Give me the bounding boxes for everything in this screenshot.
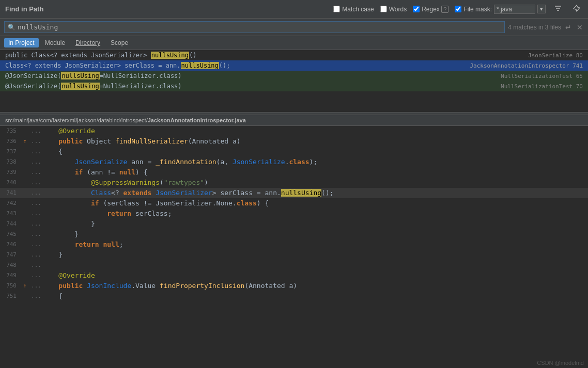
file-mask-group: File mask: ▾ — [455, 5, 546, 14]
search-close-button[interactable]: ✕ — [576, 22, 584, 33]
line-code: } — [42, 219, 588, 229]
line-dots: ... — [30, 270, 42, 281]
filter-icon-button[interactable] — [552, 3, 564, 15]
code-line: 737 ... { — [0, 147, 588, 157]
search-icon: 🔍 — [8, 24, 16, 31]
line-dots: ... — [30, 188, 42, 198]
tab-directory[interactable]: Directory — [71, 38, 104, 47]
line-dots: ... — [30, 147, 42, 157]
line-code: @Override — [42, 126, 588, 136]
line-number: 739 — [0, 167, 20, 178]
file-mask-dropdown[interactable]: ▾ — [537, 5, 546, 13]
code-line: 745 ... } — [0, 229, 588, 239]
line-number: 750 — [0, 281, 20, 291]
line-number: 744 — [0, 219, 20, 229]
file-mask-label[interactable]: File mask: — [463, 6, 492, 13]
line-dots: ... — [30, 239, 42, 250]
code-panel: 735 ... @Override 736 ↑ ... public Objec… — [0, 126, 588, 368]
code-line-highlighted: 741 ... Class<? extends JsonSerializer> … — [0, 188, 588, 198]
code-line: 735 ... @Override — [0, 126, 588, 136]
line-code: { — [42, 291, 588, 301]
line-dots: ... — [30, 281, 42, 291]
line-indicator: ↑ — [20, 136, 30, 147]
line-code: return null; — [42, 239, 588, 250]
match-case-checkbox[interactable] — [333, 6, 340, 12]
line-dots: ... — [30, 219, 42, 229]
match-case-label[interactable]: Match case — [342, 6, 374, 13]
result-row[interactable]: @JsonSerialize(nullsUsing=NullSerializer… — [0, 71, 588, 81]
file-mask-checkbox[interactable] — [455, 6, 461, 12]
line-dots: ... — [30, 157, 42, 167]
line-indicator: ↑ — [20, 281, 30, 291]
pin-icon-button[interactable] — [570, 3, 583, 15]
file-path-bar: src/main/java/com/fasterxml/jackson/data… — [0, 115, 588, 126]
line-dots: ... — [30, 229, 42, 239]
line-number: 747 — [0, 250, 20, 260]
regex-checkbox[interactable] — [413, 6, 420, 12]
file-mask-input[interactable] — [494, 5, 535, 14]
search-input[interactable] — [18, 23, 501, 31]
watermark: CSDN @modelmd — [537, 360, 584, 366]
line-code: if (serClass != JsonSerializer.None.clas… — [42, 198, 588, 209]
code-line: 749 ... @Override — [0, 270, 588, 281]
line-number: 740 — [0, 178, 20, 188]
code-line: 751 ... { — [0, 291, 588, 301]
line-number: 736 — [0, 136, 20, 147]
panel-title: Find in Path — [5, 5, 43, 13]
line-code: } — [42, 229, 588, 239]
results-panel: public Class<? extends JsonSerializer> n… — [0, 50, 588, 112]
regex-help-icon[interactable]: ? — [441, 6, 448, 13]
line-dots: ... — [30, 136, 42, 147]
line-code: public Object findNullSerializer(Annotat… — [42, 136, 588, 147]
tab-scope[interactable]: Scope — [106, 38, 132, 47]
search-input-wrapper: 🔍 — [4, 21, 505, 33]
line-number: 746 — [0, 239, 20, 250]
line-number: 749 — [0, 270, 20, 281]
line-code: Class<? extends JsonSerializer> serClass… — [42, 188, 588, 198]
pin-icon — [572, 4, 581, 12]
result-file: NullSerializationTest 70 — [501, 83, 583, 90]
code-line: 738 ... JsonSerialize ann = _findAnnotat… — [0, 157, 588, 167]
line-number: 751 — [0, 291, 20, 301]
line-number: 743 — [0, 209, 20, 219]
code-line: 750 ↑ ... public JsonInclude.Value findP… — [0, 281, 588, 291]
line-code: public JsonInclude.Value findPropertyInc… — [42, 281, 588, 291]
code-line: 742 ... if (serClass != JsonSerializer.N… — [0, 198, 588, 209]
result-row[interactable]: public Class<? extends JsonSerializer> n… — [0, 50, 588, 60]
code-line: 740 ... @SuppressWarnings("rawtypes") — [0, 178, 588, 188]
line-code: @Override — [42, 270, 588, 281]
tab-in-project[interactable]: In Project — [4, 38, 39, 47]
result-code: @JsonSerialize(nullsUsing=NullSerializer… — [5, 83, 501, 90]
words-checkbox[interactable] — [380, 6, 387, 12]
result-file: JsonSerialize 80 — [528, 52, 583, 59]
regex-group: Regex ? — [413, 6, 448, 13]
search-enter-icon[interactable]: ↵ — [564, 22, 572, 33]
code-line: 748 ... — [0, 260, 588, 270]
words-group: Words — [380, 6, 407, 13]
words-label[interactable]: Words — [389, 6, 407, 13]
code-line: 739 ... if (ann != null) { — [0, 167, 588, 178]
line-number: 745 — [0, 229, 20, 239]
regex-label[interactable]: Regex ? — [422, 6, 448, 13]
result-code: public Class<? extends JsonSerializer> n… — [5, 52, 528, 59]
line-number: 748 — [0, 260, 20, 270]
filter-icon — [554, 4, 562, 12]
result-row[interactable]: Class<? extends JsonSerializer> serClass… — [0, 60, 588, 71]
search-scope-tabs: In Project Module Directory Scope — [0, 36, 588, 50]
result-code: Class<? extends JsonSerializer> serClass… — [5, 62, 470, 69]
code-line: 736 ↑ ... public Object findNullSerializ… — [0, 136, 588, 147]
line-number: 738 — [0, 157, 20, 167]
result-file: NullSerializationTest 65 — [501, 73, 583, 79]
line-dots: ... — [30, 167, 42, 178]
line-dots: ... — [30, 178, 42, 188]
line-dots: ... — [30, 198, 42, 209]
result-file: JacksonAnnotationIntrospector 741 — [470, 62, 583, 69]
code-line: 747 ... } — [0, 250, 588, 260]
line-code: if (ann != null) { — [42, 167, 588, 178]
result-row[interactable]: @JsonSerialize(nullsUsing=NullSerializer… — [0, 81, 588, 91]
line-dots: ... — [30, 126, 42, 136]
line-number: 741 — [0, 188, 20, 198]
line-dots: ... — [30, 250, 42, 260]
line-dots: ... — [30, 260, 42, 270]
tab-module[interactable]: Module — [41, 38, 69, 47]
